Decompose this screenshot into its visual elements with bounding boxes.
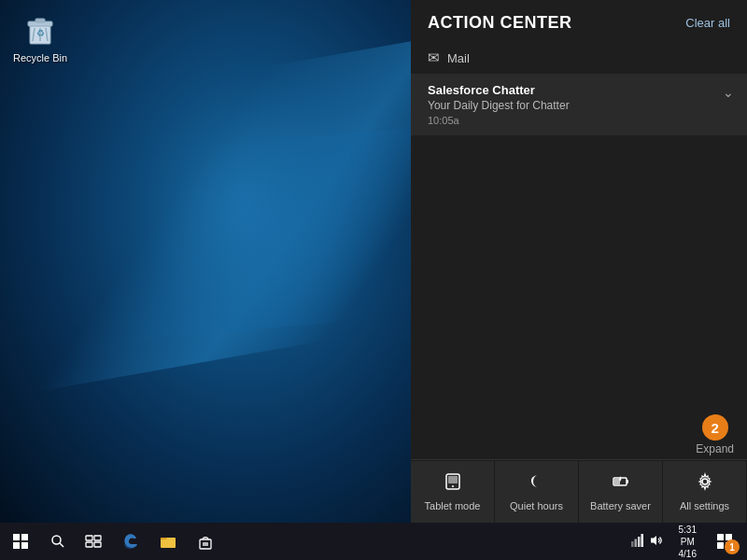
recycle-bin-graphic: ♻ [21, 11, 59, 49]
quick-action-all-settings[interactable]: All settings [663, 460, 747, 523]
svg-rect-9 [448, 476, 458, 483]
svg-rect-19 [94, 542, 101, 547]
file-explorer-button[interactable] [149, 523, 187, 560]
battery-saver-label: Battery saver [590, 500, 651, 511]
volume-icon[interactable] [650, 534, 664, 550]
notifications-list: ✉ Mail Salesforce Chatter Your Daily Dig… [411, 42, 747, 409]
svg-point-13 [702, 479, 708, 484]
svg-rect-11 [627, 480, 628, 483]
notification-count-badge: 1 [725, 539, 740, 554]
mail-group-label: Mail [447, 51, 470, 65]
svg-rect-17 [94, 536, 101, 540]
action-center-panel: ACTION CENTER Clear all ✉ Mail Salesforc… [411, 0, 747, 523]
task-view-button[interactable] [75, 523, 112, 560]
search-button[interactable] [41, 523, 75, 560]
all-settings-icon [696, 472, 714, 496]
svg-marker-27 [651, 536, 656, 545]
system-tray [626, 534, 669, 550]
action-center-header: ACTION CENTER Clear all [411, 0, 747, 42]
quick-actions-grid: Tablet mode Quiet hours Battery save [411, 459, 747, 523]
recycle-bin-icon[interactable]: ♻ Recycle Bin [7, 7, 73, 67]
desktop: ♻ Recycle Bin [0, 0, 411, 523]
svg-line-15 [60, 543, 63, 547]
windows-logo-icon [13, 534, 28, 549]
expand-button[interactable]: 2 Expand [696, 414, 734, 455]
svg-rect-24 [634, 539, 637, 547]
action-center-button[interactable]: 1 [706, 523, 743, 560]
notification-time: 10:05a [428, 115, 730, 126]
clock-date: PM [681, 536, 695, 548]
battery-saver-icon [612, 472, 630, 496]
network-icon[interactable] [631, 534, 644, 550]
quick-action-quiet-hours[interactable]: Quiet hours [495, 460, 579, 523]
clock-date2: 4/16 [679, 548, 697, 560]
expand-section: 2 Expand [411, 409, 747, 459]
taskbar-right: 5:31 PM 4/16 1 [626, 523, 747, 560]
clock-time: 5:31 [679, 524, 697, 536]
svg-rect-23 [631, 541, 634, 547]
tablet-mode-icon [444, 472, 462, 496]
svg-rect-18 [86, 542, 92, 547]
mail-icon: ✉ [428, 49, 440, 66]
expand-label: Expand [696, 442, 734, 455]
quiet-hours-icon [528, 472, 546, 496]
notification-body: Your Daily Digest for Chatter [428, 99, 730, 112]
clock[interactable]: 5:31 PM 4/16 [673, 524, 702, 560]
quick-action-tablet-mode[interactable]: Tablet mode [411, 460, 495, 523]
expand-count-badge: 2 [702, 414, 728, 441]
tablet-mode-label: Tablet mode [425, 500, 481, 511]
clear-all-button[interactable]: Clear all [685, 16, 730, 30]
edge-button[interactable] [112, 523, 149, 560]
svg-rect-22 [203, 542, 208, 546]
svg-rect-28 [717, 534, 724, 540]
quiet-hours-label: Quiet hours [510, 500, 563, 511]
svg-rect-16 [86, 536, 92, 540]
quick-action-battery-saver[interactable]: Battery saver [579, 460, 663, 523]
taskbar: 5:31 PM 4/16 1 [0, 523, 747, 560]
svg-rect-2 [35, 19, 45, 22]
all-settings-label: All settings [680, 500, 729, 511]
start-button[interactable] [0, 523, 41, 560]
store-button[interactable] [187, 523, 224, 560]
notification-item-chatter[interactable]: Salesforce Chatter Your Daily Digest for… [411, 74, 747, 135]
svg-rect-26 [641, 534, 643, 547]
expand-notification-icon[interactable]: ⌄ [723, 85, 734, 100]
action-center-title: ACTION CENTER [428, 13, 572, 33]
svg-point-8 [452, 485, 454, 487]
recycle-bin-label: Recycle Bin [13, 52, 67, 63]
svg-rect-25 [638, 537, 641, 547]
svg-text:♻: ♻ [36, 28, 45, 38]
notification-title: Salesforce Chatter [428, 83, 730, 97]
svg-rect-30 [717, 542, 724, 549]
svg-point-14 [52, 536, 61, 544]
mail-group-header: ✉ Mail [411, 42, 747, 72]
